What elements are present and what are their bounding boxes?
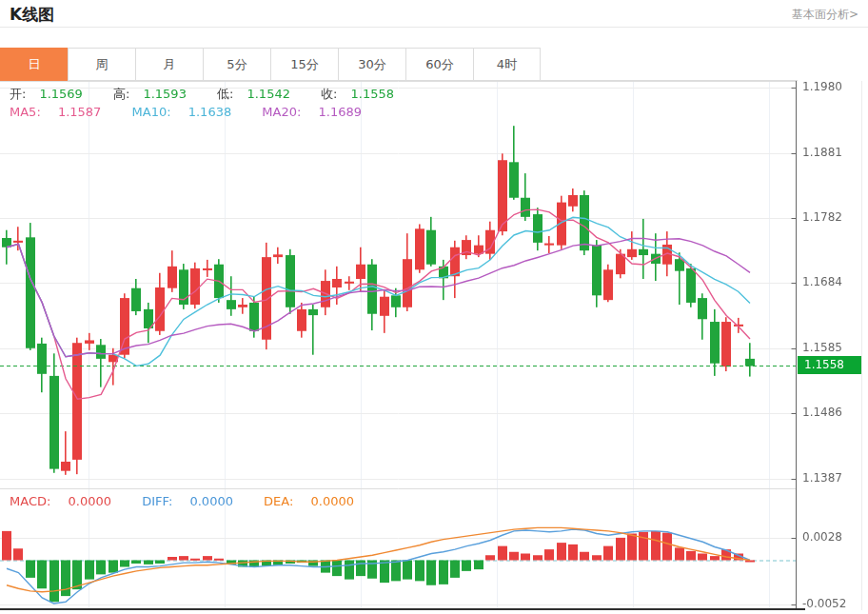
page-title: K线图 [10,4,54,26]
fundamental-analysis-link[interactable]: 基本面分析> [792,7,858,23]
tab-day[interactable]: 日 [0,48,68,81]
page-header: K线图 基本面分析> [0,0,868,28]
y-axis-label: 1.1782 [802,210,842,224]
y-axis-label: -0.0052 [802,597,846,610]
y-axis-label: 1.1387 [802,471,842,485]
y-axis-label: 1.1585 [802,341,842,354]
tab-15min[interactable]: 15分 [270,48,338,81]
tab-week[interactable]: 周 [68,48,135,81]
current-price-badge: 1.1558 [798,356,861,374]
chart-bottom-border [0,608,805,610]
tab-5min[interactable]: 5分 [203,48,270,81]
tab-30min[interactable]: 30分 [338,48,405,81]
ma5-readout: MA5: 1.1587 [10,105,114,119]
diff-readout: DIFF: 0.0000 [142,494,247,508]
y-axis-label: 1.1881 [802,146,842,159]
ohlc-legend: 开:1.1569 高:1.1593 低:1.1542 收:1.1558 [10,86,421,103]
ma10-readout: MA10: 1.1638 [132,105,246,119]
y-axis-label: 0.0028 [802,530,842,544]
close-readout: 收:1.1558 [321,87,407,101]
tab-60min[interactable]: 60分 [405,48,473,81]
tab-month[interactable]: 月 [135,48,203,81]
y-axis-label: 1.1486 [802,406,842,419]
dea-readout: DEA: 0.0000 [264,494,367,508]
y-axis-label: 1.1980 [802,80,842,93]
macd-readout: MACD: 0.0000 [10,494,125,508]
kline-candlestick-chart[interactable] [0,81,868,614]
ma20-readout: MA20: 1.1689 [262,105,375,119]
y-axis-label: 1.1684 [802,275,842,288]
ma-legend: MA5: 1.1587 MA10: 1.1638 MA20: 1.1689 [10,105,388,119]
interval-tab-bar: 日 周 月 5分 15分 30分 60分 4时 [0,48,798,81]
tab-4hour[interactable]: 4时 [473,48,541,81]
open-readout: 开:1.1569 [10,87,96,101]
macd-legend: MACD: 0.0000 DIFF: 0.0000 DEA: 0.0000 [10,494,381,508]
high-readout: 高:1.1593 [113,87,200,101]
page-right-border [861,81,862,610]
low-readout: 低:1.1542 [217,87,304,101]
